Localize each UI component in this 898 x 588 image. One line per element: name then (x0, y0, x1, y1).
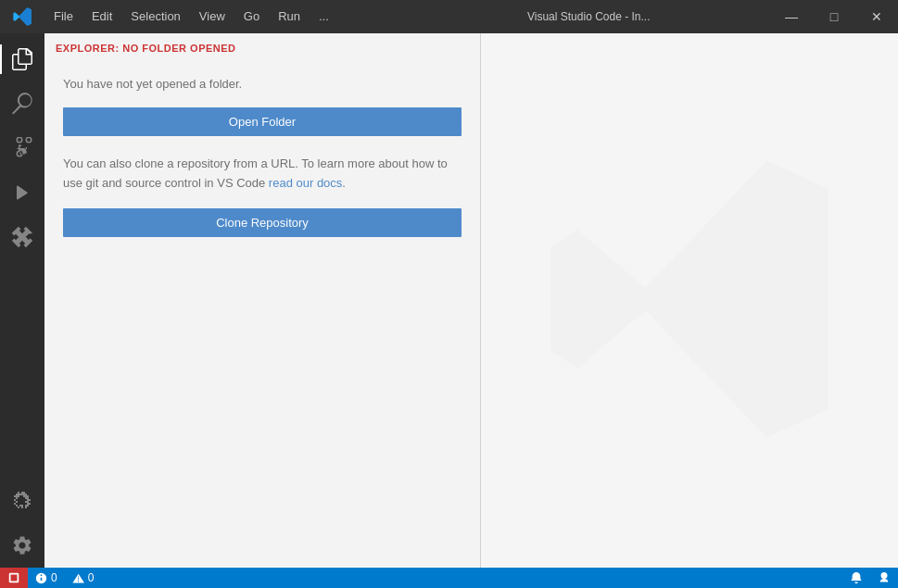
sidebar-header: EXPLORER: NO FOLDER OPENED (44, 33, 480, 61)
warning-count: 0 (88, 571, 95, 584)
read-docs-link[interactable]: read our docs (269, 176, 343, 190)
main-area: EXPLORER: NO FOLDER OPENED You have not … (0, 33, 898, 568)
sidebar-header-prefix: EXPLORER: (56, 43, 120, 54)
titlebar: File Edit Selection View Go Run ... Visu… (0, 0, 898, 33)
menu-file[interactable]: File (44, 0, 82, 33)
clone-text-part2: . (342, 176, 346, 190)
menu-more[interactable]: ... (310, 0, 338, 33)
activity-remote[interactable] (0, 479, 44, 523)
sidebar-content: You have not yet opened a folder. Open F… (44, 61, 480, 568)
statusbar-notification-icon[interactable] (842, 568, 870, 588)
window-controls: — □ ✕ (770, 0, 898, 33)
menu-bar: File Edit Selection View Go Run ... (44, 0, 408, 33)
menu-selection[interactable]: Selection (121, 0, 189, 33)
app-logo (0, 6, 44, 27)
activity-bar (0, 33, 44, 568)
minimize-button[interactable]: — (770, 0, 813, 33)
clone-text-part1: You can also clone a repository from a U… (63, 156, 448, 190)
sidebar: EXPLORER: NO FOLDER OPENED You have not … (44, 33, 480, 568)
statusbar-right (842, 568, 898, 588)
statusbar-left: 0 0 (0, 568, 101, 588)
clone-description: You can also clone a repository from a U… (63, 155, 462, 194)
activity-explorer[interactable] (0, 37, 44, 81)
vscode-watermark (532, 142, 847, 460)
menu-view[interactable]: View (190, 0, 234, 33)
clone-repository-button[interactable]: Clone Repository (63, 208, 462, 237)
statusbar-errors[interactable]: 0 (28, 568, 65, 588)
statusbar-account-icon[interactable] (870, 568, 898, 588)
statusbar: 0 0 (0, 568, 898, 588)
no-folder-text: You have not yet opened a folder. (63, 76, 462, 93)
menu-edit[interactable]: Edit (82, 0, 121, 33)
editor-area (481, 33, 898, 568)
activity-source-control[interactable] (0, 126, 44, 170)
sidebar-header-status: NO FOLDER OPENED (120, 43, 236, 54)
menu-go[interactable]: Go (234, 0, 269, 33)
close-button[interactable]: ✕ (855, 0, 898, 33)
error-count: 0 (51, 571, 57, 584)
activity-run[interactable] (0, 170, 44, 215)
open-folder-button[interactable]: Open Folder (63, 107, 462, 136)
statusbar-remote-icon[interactable] (0, 568, 28, 588)
menu-run[interactable]: Run (269, 0, 310, 33)
activity-search[interactable] (0, 81, 44, 126)
maximize-button[interactable]: □ (813, 0, 855, 33)
statusbar-warnings[interactable]: 0 (65, 568, 102, 588)
activity-settings[interactable] (0, 523, 44, 568)
window-title: Visual Studio Code - In... (408, 10, 771, 23)
activity-extensions[interactable] (0, 215, 44, 259)
